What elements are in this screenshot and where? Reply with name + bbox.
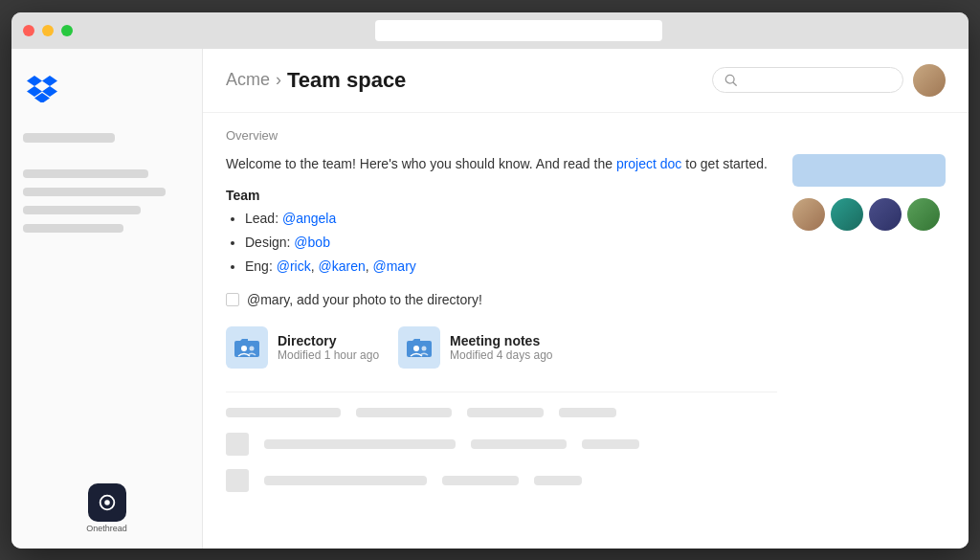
close-button[interactable] [23,25,34,36]
url-input[interactable]: dropbox.com [375,20,662,41]
sidebar-skeleton-item [23,169,148,178]
mention-rick[interactable]: @rick [277,258,311,274]
main-panel: Welcome to the team! Here's who you shou… [226,154,777,505]
folder-people-icon-2 [407,337,432,358]
welcome-prefix: Welcome to the team! Here's who you shou… [226,156,616,171]
welcome-suffix: to get started. [681,156,768,171]
breadcrumb-separator: › [276,70,281,90]
onethread-icon [88,483,126,522]
dropbox-icon [27,72,57,102]
team-list: Lead: @angela Design: @bob Eng: @rick, @… [226,209,777,277]
title-bar: dropbox.com [11,12,969,49]
skeleton-bar [226,433,249,456]
search-input[interactable] [744,73,891,87]
avatar-image [913,64,946,97]
folder-modified-2: Modified 4 days ago [450,348,552,362]
mention-karen[interactable]: @karen [318,258,365,274]
skeleton-section [226,392,777,492]
skeleton-bar [467,408,544,417]
folder-name-2: Meeting notes [450,333,552,348]
sidebar-logo[interactable] [23,64,190,114]
maximize-button[interactable] [61,25,73,36]
skeleton-header-row [226,408,777,417]
main-header: Acme › Team space [203,49,969,113]
folder-people-icon [234,337,259,358]
folder-name: Directory [278,333,379,348]
onethread-label: Onethread [86,524,127,533]
sidebar-skeleton-item [23,133,115,143]
team-heading: Team [226,188,777,203]
welcome-text: Welcome to the team! Here's who you shou… [226,154,777,174]
list-item: Design: @bob [245,233,777,253]
photo-checkbox[interactable] [226,293,239,306]
folder-icon [398,326,440,369]
svg-point-8 [422,346,427,350]
checkbox-row[interactable]: @mary, add your photo to the directory! [226,292,777,307]
skeleton-bar [582,439,639,449]
header-actions [712,64,946,97]
folder-info: Directory Modified 1 hour ago [278,333,379,362]
checkbox-label: @mary, add your photo to the directory! [247,292,482,307]
svg-point-5 [250,346,255,350]
sidebar-skeleton-item [23,206,141,214]
skeleton-bar [442,476,519,485]
avatar-row [792,198,946,231]
content-area: Overview Welcome to the team! Here's who… [203,113,969,521]
mention-bob[interactable]: @bob [294,235,330,250]
minimize-button[interactable] [42,25,54,36]
folder-card-meeting-notes[interactable]: Meeting notes Modified 4 days ago [398,326,552,369]
mention-angela[interactable]: @angela [282,211,336,226]
action-button[interactable] [792,154,946,187]
main-content: Acme › Team space [203,49,969,549]
search-icon [724,74,738,87]
svg-point-1 [104,500,110,505]
folder-modified: Modified 1 hour ago [278,348,379,362]
sidebar-skeleton-item [23,224,123,233]
mention-mary[interactable]: @mary [372,258,415,274]
folder-cards: Directory Modified 1 hour ago [226,326,777,369]
skeleton-bar [226,408,341,417]
svg-point-4 [241,346,247,351]
folder-icon [226,326,268,369]
skeleton-data-row [226,469,777,492]
breadcrumb-parent: Acme [226,70,270,90]
role-label: Design: [245,235,294,250]
skeleton-bar [356,408,452,417]
svg-point-7 [413,346,419,351]
role-label: Lead: [245,211,282,226]
breadcrumb: Acme › Team space [226,68,406,93]
list-item: Eng: @rick, @karen, @mary [245,257,777,277]
team-avatar-3[interactable] [869,198,902,231]
role-label: Eng: [245,258,277,274]
team-avatar-4[interactable] [907,198,940,231]
team-avatar-2[interactable] [831,198,863,231]
sidebar: Onethread [11,49,203,549]
right-panel [792,154,946,231]
skeleton-bar [471,439,567,449]
list-item: Lead: @angela [245,209,777,229]
skeleton-bar [226,469,249,492]
sidebar-skeleton-item [23,188,166,196]
skeleton-bar [264,439,456,449]
skeleton-data-row [226,433,777,456]
search-bar[interactable] [712,67,903,93]
content-body: Welcome to the team! Here's who you shou… [226,154,946,505]
team-avatar-1[interactable] [792,198,825,231]
url-bar: dropbox.com [80,20,957,41]
skeleton-bar [534,476,582,485]
skeleton-bar [559,408,616,417]
team-section: Team Lead: @angela Design: @bob Eng: @ri… [226,188,777,277]
breadcrumb-current: Team space [287,68,406,93]
sidebar-nav [23,133,190,233]
skeleton-bar [264,476,427,485]
project-doc-link[interactable]: project doc [616,156,681,171]
folder-card-directory[interactable]: Directory Modified 1 hour ago [226,326,379,369]
onethread-badge[interactable]: Onethread [23,483,190,533]
overview-label: Overview [226,128,946,143]
user-avatar[interactable] [913,64,946,97]
folder-info-2: Meeting notes Modified 4 days ago [450,333,552,362]
browser-content: Onethread Acme › Team space [11,49,969,549]
